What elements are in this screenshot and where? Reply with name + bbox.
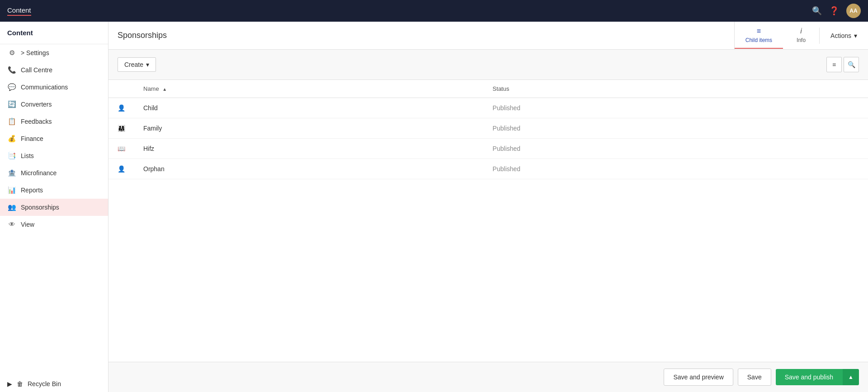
- sort-arrow-icon: ▲: [162, 87, 167, 92]
- create-dropdown-icon: ▾: [146, 61, 149, 68]
- page-header: ≡ Child items i Info Actions ▾: [108, 22, 868, 50]
- table-row[interactable]: 📖 Hifz Published: [108, 139, 868, 159]
- info-tab-icon: i: [800, 27, 802, 35]
- reports-icon: 📊: [7, 186, 16, 194]
- view-icon: 👁: [7, 220, 16, 228]
- footer: Save and preview Save Save and publish ▲: [108, 362, 868, 392]
- actions-label: Actions: [830, 32, 851, 39]
- sidebar-item-settings[interactable]: ⚙ > Settings: [0, 44, 108, 61]
- top-nav-actions: 🔍 ❓ AA: [812, 4, 861, 18]
- sidebar-item-microfinance[interactable]: 🏦 Microfinance: [0, 164, 108, 182]
- recycle-bin-label: Recycle Bin: [28, 380, 61, 387]
- expand-arrow-icon: ▶: [7, 380, 12, 387]
- tab-child-items-label: Child items: [745, 37, 772, 43]
- save-publish-split-button: Save and publish ▲: [776, 369, 859, 385]
- tab-info[interactable]: i Info: [783, 23, 819, 49]
- sidebar-item-label: > Settings: [21, 49, 49, 56]
- sidebar-item-label: Reports: [21, 187, 43, 194]
- sidebar-item-lists[interactable]: 📑 Lists: [0, 147, 108, 164]
- save-button[interactable]: Save: [738, 369, 771, 386]
- sidebar-item-feedbacks[interactable]: 📋 Feedbacks: [0, 113, 108, 130]
- sidebar-item-label: Feedbacks: [21, 118, 52, 125]
- sidebar-item-label: Lists: [21, 152, 34, 159]
- row-status-cell: Published: [484, 98, 868, 118]
- actions-tab[interactable]: Actions ▾: [819, 28, 868, 44]
- sidebar-item-converters[interactable]: 🔄 Converters: [0, 96, 108, 113]
- sidebar-item-label: Finance: [21, 135, 43, 142]
- table-row[interactable]: 👨‍👩‍👧 Family Published: [108, 118, 868, 139]
- col-name-label: Name: [143, 85, 159, 92]
- sidebar-item-label: Call Centre: [21, 66, 52, 74]
- create-button[interactable]: Create ▾: [118, 57, 156, 72]
- sidebar-item-call-centre[interactable]: 📞 Call Centre: [0, 61, 108, 79]
- microfinance-icon: 🏦: [7, 169, 16, 177]
- sidebar-item-reports[interactable]: 📊 Reports: [0, 182, 108, 199]
- page-tabs: ≡ Child items i Info Actions ▾: [734, 22, 868, 49]
- help-icon[interactable]: ❓: [829, 6, 839, 16]
- search-filter-button[interactable]: 🔍: [844, 57, 859, 72]
- row-name-cell: Hifz: [134, 139, 484, 159]
- row-name: Child: [143, 104, 158, 112]
- list-view-button[interactable]: ≡: [826, 57, 842, 72]
- col-icon-header: [108, 80, 134, 98]
- content-area: ≡ Child items i Info Actions ▾ Create: [108, 22, 868, 392]
- sidebar-header: Content: [0, 22, 108, 44]
- search-icon[interactable]: 🔍: [812, 6, 822, 16]
- row-name: Hifz: [143, 145, 154, 152]
- row-name: Family: [143, 125, 162, 132]
- sidebar-item-view[interactable]: 👁 View: [0, 216, 108, 233]
- child-items-panel: Create ▾ ≡ 🔍 Name ▲: [108, 50, 868, 362]
- col-status-label: Status: [493, 85, 509, 92]
- finance-icon: 💰: [7, 135, 16, 143]
- tab-info-label: Info: [797, 37, 806, 43]
- row-icon-cell: 📖: [108, 139, 134, 159]
- communications-icon: 💬: [7, 83, 16, 91]
- sidebar-item-label: Microfinance: [21, 169, 57, 177]
- items-toolbar: Create ▾ ≡ 🔍: [108, 50, 868, 80]
- recycle-bin-row[interactable]: ▶ 🗑 Recycle Bin: [0, 376, 108, 392]
- trash-icon: 🗑: [17, 380, 23, 387]
- lists-icon: 📑: [7, 152, 16, 160]
- tab-child-items[interactable]: ≡ Child items: [735, 23, 783, 49]
- create-label: Create: [124, 61, 143, 68]
- save-publish-button[interactable]: Save and publish: [776, 369, 842, 385]
- converters-icon: 🔄: [7, 100, 16, 108]
- call-centre-icon: 📞: [7, 66, 16, 74]
- row-name-cell: Orphan: [134, 159, 484, 179]
- page-title-input[interactable]: [108, 22, 734, 49]
- sidebar-item-label: Communications: [21, 84, 68, 91]
- row-status-cell: Published: [484, 159, 868, 179]
- sponsorships-icon: 👥: [7, 203, 16, 211]
- child-items-tab-icon: ≡: [757, 27, 761, 35]
- sidebar-item-label: Sponsorships: [21, 204, 59, 211]
- col-status-header: Status: [484, 80, 868, 98]
- row-status-cell: Published: [484, 139, 868, 159]
- row-status-cell: Published: [484, 118, 868, 139]
- app-title: Content: [7, 6, 31, 16]
- table-row[interactable]: 👤 Child Published: [108, 98, 868, 118]
- table-header-row: Name ▲ Status: [108, 80, 868, 98]
- user-avatar[interactable]: AA: [846, 4, 861, 18]
- save-publish-dropdown-button[interactable]: ▲: [842, 369, 859, 385]
- table-row[interactable]: 👤 Orphan Published: [108, 159, 868, 179]
- row-icon-cell: 👨‍👩‍👧: [108, 118, 134, 139]
- save-preview-button[interactable]: Save and preview: [664, 369, 733, 386]
- row-icon-cell: 👤: [108, 98, 134, 118]
- top-navigation: Content 🔍 ❓ AA: [0, 0, 868, 22]
- sidebar-item-label: View: [21, 221, 34, 228]
- row-name-cell: Family: [134, 118, 484, 139]
- items-table: Name ▲ Status 👤 Child Published 👨‍👩‍👧: [108, 80, 868, 179]
- sidebar-item-communications[interactable]: 💬 Communications: [0, 79, 108, 96]
- feedbacks-icon: 📋: [7, 117, 16, 126]
- settings-icon: ⚙: [7, 49, 16, 57]
- toolbar-right: ≡ 🔍: [826, 57, 859, 72]
- sidebar-item-sponsorships[interactable]: 👥 Sponsorships: [0, 199, 108, 216]
- row-name: Orphan: [143, 165, 165, 173]
- main-layout: Content ⚙ > Settings 📞 Call Centre 💬 Com…: [0, 22, 868, 392]
- sidebar: Content ⚙ > Settings 📞 Call Centre 💬 Com…: [0, 22, 108, 392]
- sidebar-item-finance[interactable]: 💰 Finance: [0, 130, 108, 147]
- row-icon-cell: 👤: [108, 159, 134, 179]
- row-name-cell: Child: [134, 98, 484, 118]
- sidebar-item-label: Converters: [21, 101, 52, 108]
- col-name-header[interactable]: Name ▲: [134, 80, 484, 98]
